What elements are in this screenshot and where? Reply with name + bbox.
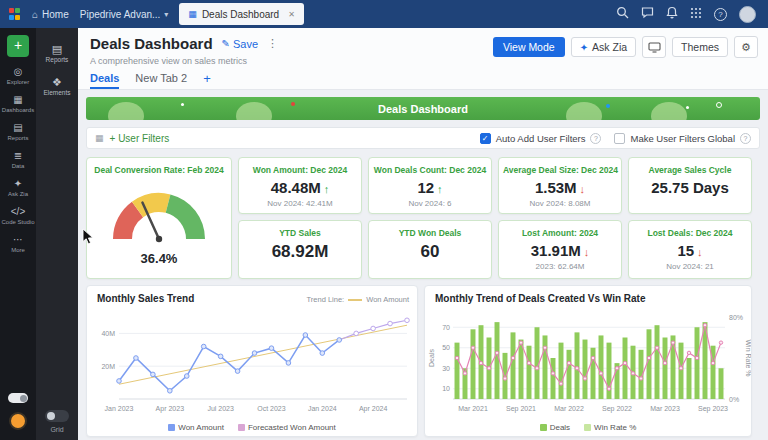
sidebar-item-more[interactable]: ⋯ More [0,230,36,258]
kpi-card-won-amount[interactable]: Won Amount: Dec 2024 48.48M ↑ Nov 2024: … [238,157,362,214]
banner-decoration [108,102,144,120]
legend-swatch [540,424,547,431]
kpi-value: 68.92M [272,242,329,262]
ask-zia-button[interactable]: ✦ Ask Zia [571,37,636,57]
grid-toggle-label: Grid [50,426,63,433]
kpi-comparison: Nov 2024: 8.08M [499,199,621,208]
kpi-value: 12 [417,179,434,196]
legend-forecasted-won-amount[interactable]: Forecasted Won Amount [238,423,336,432]
themes-button[interactable]: Themes [672,37,728,57]
banner-decoration [716,102,722,108]
home-icon: ⌂ [32,9,38,20]
add-tab-button[interactable]: + [203,71,211,89]
view-mode-button[interactable]: View Mode [493,37,565,57]
notifications-bell-icon[interactable] [666,5,678,23]
kpi-value: 48.48M [271,179,321,196]
user-avatar[interactable] [739,6,756,23]
sidebar-item-reports[interactable]: ▤ Reports [0,118,36,146]
banner-decoration [236,102,272,120]
legend-won-amount[interactable]: Won Amount [168,423,224,432]
search-icon[interactable] [616,5,629,23]
sidebar-item-data[interactable]: ≣ Data [0,146,36,174]
primary-sidebar: + ◎ Explorer ▦ Dashboards ▤ Reports ≣ Da… [0,28,36,440]
kpi-card-average-sales-cycle[interactable]: Average Sales Cycle 25.75 Days [628,157,752,214]
svg-text:40M: 40M [101,330,115,337]
auto-add-help-icon[interactable]: ? [590,133,601,144]
check-icon: ✓ [482,134,489,143]
tab-new-tab-2[interactable]: New Tab 2 [135,72,187,89]
feedback-icon[interactable] [641,5,654,23]
banner-decoration [606,104,610,108]
svg-text:80%: 80% [729,314,743,321]
help-icon[interactable]: ? [714,8,727,21]
close-tab-icon[interactable]: ✕ [288,10,295,19]
kpi-card-deal-conversion-rate[interactable]: Deal Conversion Rate: Feb 2024 36.4% [86,157,232,279]
dashboard-header: Deals Dashboard ✎ Save ⋮ A comprehensive… [78,28,768,90]
panel-elements-icon: ❖ [52,77,62,87]
chart-legend: Won Amount Forecasted Won Amount [87,423,417,432]
monthly-sales-trend-chart[interactable]: 20M40MJan 2023Apr 2023Jul 2023Oct 2023Ja… [91,308,415,418]
auto-add-user-filters-checkbox[interactable]: ✓ [480,133,491,144]
add-user-filters-button[interactable]: + User Filters [110,133,170,144]
workspace-name: Pipedrive Advan... [80,9,161,20]
kpi-title: YTD Sales [239,228,361,238]
account-avatar[interactable] [9,412,27,430]
svg-text:Mar 2021: Mar 2021 [458,405,488,412]
deals-vs-win-rate-widget[interactable]: Monthly Trend of Deals Created Vs Win Ra… [424,285,752,437]
kpi-card-ytd-won-deals[interactable]: YTD Won Deals 60 [368,220,492,279]
banner-widget[interactable]: Deals Dashboard [86,97,760,120]
legend-deals[interactable]: Deals [540,423,570,432]
trend-up-icon: ↑ [324,183,330,195]
sidebar-item-ask-zia[interactable]: ✦ Ask Zia [0,174,36,202]
chart-title: Monthly Trend of Deals Created Vs Win Ra… [435,293,646,304]
svg-text:10: 10 [442,385,450,392]
kpi-card-won-deals-count[interactable]: Won Deals Count: Dec 2024 12 ↑ Nov 2024:… [368,157,492,214]
svg-text:30: 30 [442,365,450,372]
sidebar-item-dashboards[interactable]: ▦ Dashboards [0,90,36,118]
create-new-button[interactable]: + [7,35,29,57]
more-options-icon[interactable]: ⋮ [267,37,278,50]
workspace-switcher[interactable]: Pipedrive Advan... ▾ [80,9,169,20]
kpi-comparison: Nov 2024: 21 [629,262,751,271]
global-help-icon[interactable]: ? [740,133,751,144]
kpi-card-lost-amount[interactable]: Lost Amount: 2024 31.91M ↓ 2023: 62.64M [498,220,622,279]
kpi-card-average-deal-size[interactable]: Average Deal Size: Dec 2024 1.53M ↓ Nov … [498,157,622,214]
sidebar-item-explorer[interactable]: ◎ Explorer [0,62,36,90]
tab-deals[interactable]: Deals [90,72,119,89]
legend-win-rate[interactable]: Win Rate % [584,423,636,432]
save-button[interactable]: ✎ Save [222,38,258,50]
svg-text:70: 70 [442,324,450,331]
home-button[interactable]: ⌂ Home [32,9,69,20]
filters-grid-icon: ▦ [95,133,104,143]
trend-line-legend: Trend Line: Won Amount [307,295,409,304]
kpi-comparison: Nov 2024: 42.41M [239,199,361,208]
monthly-sales-trend-widget[interactable]: Monthly Sales Trend Trend Line: Won Amou… [86,285,418,437]
svg-text:Sep 2023: Sep 2023 [698,405,728,413]
panel-item-reports[interactable]: ▤ Reports [36,37,78,70]
grid-toggle[interactable] [45,410,69,422]
code-icon: </> [11,207,25,217]
kpi-value: 1.53M [535,179,577,196]
sidebar-item-code-studio[interactable]: </> Code Studio [0,202,36,230]
panel-reports-icon: ▤ [52,44,62,54]
sidebar-mode-toggle[interactable] [8,393,28,403]
dashboard-icon: ▦ [188,9,197,19]
kpi-card-ytd-sales[interactable]: YTD Sales 68.92M [238,220,362,279]
user-filters-bar: ▦ + User Filters ✓ Auto Add User Filters… [86,127,760,149]
deals-vs-win-rate-chart[interactable]: 103050700%80%Mar 2021Sep 2021Mar 2022Sep… [427,308,751,418]
kpi-card-lost-deals[interactable]: Lost Deals: Dec 2024 15 ↓ Nov 2024: 21 [628,220,752,279]
legend-swatch [238,424,245,431]
svg-text:Apr 2023: Apr 2023 [156,405,185,413]
zoho-analytics-logo[interactable] [8,8,21,21]
settings-gear-icon[interactable]: ⚙ [734,36,758,58]
panel-item-elements[interactable]: ❖ Elements [36,70,78,103]
dashboards-icon: ▦ [13,95,22,105]
present-screen-button[interactable] [642,36,666,58]
open-dashboard-tab[interactable]: ▦ Deals Dashboard ✕ [179,3,303,25]
make-filters-global-checkbox[interactable]: ✓ [614,133,625,144]
explorer-icon: ◎ [14,67,23,77]
svg-text:50: 50 [442,344,450,351]
kpi-title: Deal Conversion Rate: Feb 2024 [87,165,231,175]
apps-grid-icon[interactable] [690,5,702,23]
data-icon: ≣ [14,151,22,161]
